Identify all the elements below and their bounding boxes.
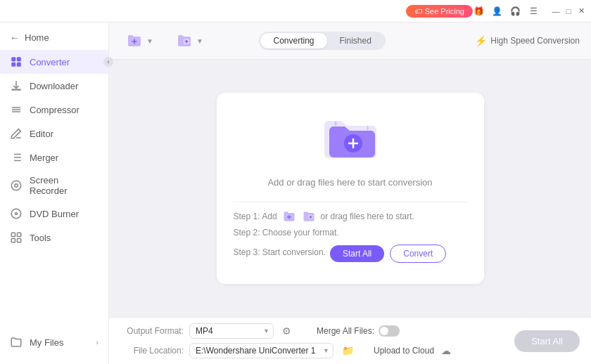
sidebar-item-compressor[interactable]: Compressor [0,98,108,122]
add-folder-dropdown-icon: ▼ [196,37,203,45]
user-icon[interactable]: 👤 [491,6,502,17]
output-format-select-wrap: MP4 MOV AVI MKV ▼ [189,323,274,339]
sidebar: ← Home Converter ‹ Downloader [0,22,109,364]
gift-icon[interactable]: 🎁 [473,6,484,17]
sidebar-item-merger[interactable]: Merger [0,145,108,169]
step1-text: Step 1: Add or drag files here to start. [234,209,467,223]
downloader-label: Downloader [30,81,78,91]
screen-recorder-label: Screen Recorder [30,175,99,196]
editor-icon [10,127,23,140]
merge-toggle[interactable] [379,325,400,337]
bottom-fields: Output Format: MP4 MOV AVI MKV ▼ ⚙ Merge… [120,323,506,358]
svg-point-7 [15,213,18,215]
tools-label: Tools [30,233,51,243]
svg-point-6 [11,209,21,219]
sidebar-item-converter[interactable]: Converter ‹ [0,50,108,74]
svg-rect-10 [11,239,15,242]
see-pricing-button[interactable]: 🏷 See Pricing [406,5,473,18]
window-controls: — □ ✕ [552,7,585,15]
step3-label: Step 3: Start conversion. [234,247,326,257]
file-location-select-wrap: E:\Wondershare UniConverter 1 ▼ [189,343,333,358]
sidebar-item-dvd-burner[interactable]: DVD Burner [0,202,108,226]
svg-rect-3 [17,63,21,67]
add-folder-button[interactable]: ▼ [170,30,209,52]
headset-icon[interactable]: 🎧 [509,6,521,17]
my-files-icon [10,336,23,349]
cloud-upload-icon[interactable]: ☁ [438,344,454,358]
svg-rect-1 [17,57,21,61]
high-speed-conversion-button[interactable]: ⚡ High Speed Conversion [475,35,580,46]
step1-drag-label: or drag files here to start. [321,212,414,221]
merge-label: Merge All Files: [317,326,374,336]
start-all-button[interactable]: Start All [330,245,384,262]
minimize-button[interactable]: — [552,7,560,15]
step3-text: Step 3: Start conversion. Start All Conv… [234,242,467,263]
lightning-icon: ⚡ [475,35,487,46]
merger-icon [10,151,23,164]
add-files-dropdown-icon: ▼ [146,37,153,45]
start-all-main-button[interactable]: Start All [514,330,580,352]
step1-add-folder-icon[interactable] [301,209,317,223]
sidebar-item-my-files[interactable]: My Files › [10,332,99,353]
convert-button[interactable]: Convert [390,245,446,263]
folder-illustration [319,110,382,166]
step2-label: Step 2: Choose your format. [234,228,339,238]
step2-text: Step 2: Choose your format. [234,228,467,238]
output-format-field: Output Format: MP4 MOV AVI MKV ▼ ⚙ Merge… [120,323,506,339]
app-body: ← Home Converter ‹ Downloader [0,22,591,364]
svg-rect-8 [11,233,15,236]
svg-rect-2 [11,63,15,67]
title-bar: 🏷 See Pricing 🎁 👤 🎧 ☰ — □ ✕ [0,0,591,22]
svg-rect-0 [11,57,15,61]
bottom-bar: Output Format: MP4 MOV AVI MKV ▼ ⚙ Merge… [109,317,591,364]
step1-label: Step 1: Add [234,212,277,221]
close-button[interactable]: ✕ [577,7,585,15]
drop-hint-text: Add or drag files here to start conversi… [267,177,432,188]
back-arrow-icon: ← [10,32,19,43]
downloader-icon [10,79,23,92]
maximize-button[interactable]: □ [564,7,573,15]
output-format-select[interactable]: MP4 MOV AVI MKV [189,323,274,339]
merge-all-wrap: Merge All Files: [317,325,400,337]
converting-tabs: Converting Finished [259,32,385,50]
my-files-arrow-icon: › [96,338,99,346]
output-format-label: Output Format: [120,326,184,336]
speed-label: High Speed Conversion [490,36,580,46]
upload-label: Upload to Cloud [374,346,434,356]
menu-icon[interactable]: ☰ [528,6,539,17]
tab-finished[interactable]: Finished [327,33,384,48]
browse-folder-icon[interactable]: 📁 [339,344,357,358]
step3-buttons: Start All Convert [330,245,446,263]
sidebar-collapse-toggle[interactable]: ‹ [103,57,113,67]
sidebar-bottom: My Files › [0,326,108,358]
dvd-burner-label: DVD Burner [30,209,79,219]
converter-icon [10,56,23,68]
sidebar-item-screen-recorder[interactable]: Screen Recorder [0,169,108,202]
merger-label: Merger [30,152,58,163]
file-location-select[interactable]: E:\Wondershare UniConverter 1 [189,343,333,358]
sidebar-item-editor[interactable]: Editor [0,122,108,145]
title-bar-right: 🎁 👤 🎧 ☰ — □ ✕ [473,6,585,17]
file-location-label: File Location: [120,346,184,356]
svg-rect-4 [11,89,21,91]
tag-icon: 🏷 [414,7,422,15]
file-location-field: File Location: E:\Wondershare UniConvert… [120,343,506,358]
upload-to-cloud-wrap: Upload to Cloud ☁ [374,344,454,358]
sidebar-item-downloader[interactable]: Downloader [0,74,108,98]
main-content: ▼ ▼ Converting Finished ⚡ High Speed Con… [109,22,591,364]
sidebar-item-tools[interactable]: Tools [0,226,108,249]
svg-point-5 [15,184,18,188]
drop-zone[interactable]: Add or drag files here to start conversi… [217,93,484,284]
sidebar-home[interactable]: ← Home [0,28,108,47]
home-label: Home [25,32,49,43]
svg-rect-9 [18,233,21,236]
step1-add-file-icon[interactable] [281,209,297,223]
add-files-button[interactable]: ▼ [120,30,159,52]
tab-converting[interactable]: Converting [260,33,326,48]
editor-label: Editor [30,129,53,139]
compressor-label: Compressor [30,105,80,115]
drop-zone-wrapper: Add or drag files here to start conversi… [109,60,591,317]
format-settings-icon[interactable]: ⚙ [279,324,294,338]
compressor-icon [10,103,23,116]
screen-recorder-icon [10,179,23,192]
